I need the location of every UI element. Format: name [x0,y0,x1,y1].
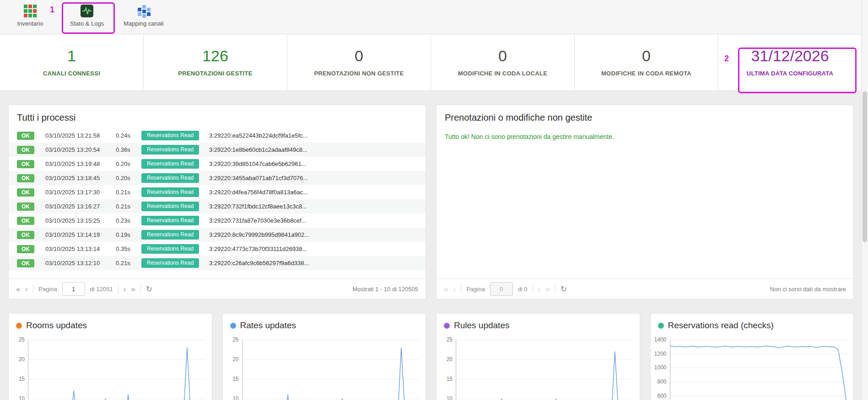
tab-inventario[interactable]: Inventario [7,0,53,27]
y-tick-label: 25 [447,336,453,343]
page-count-label: di 0 [518,286,528,293]
row-type-badge: Reservations Read [141,230,199,239]
y-tick-label: 15 [447,376,453,382]
row-status-badge: OK [17,132,34,140]
app-root: Inventario Stato & Logs Mapping canali 1… [0,0,868,400]
processes-pagination: « ‹ Pagina di 12051 › » ↻ Mostrati 1 - 1… [9,278,426,299]
processes-panel: Tutti i processi OK 03/10/2025 13:21:58 … [8,105,426,299]
stat-label: MODIFICHE IN CODA REMOTA [601,70,691,77]
stat-value: 0 [642,48,651,64]
y-tick-label: 20 [232,356,238,363]
y-tick-label: 800 [657,379,666,385]
row-duration: 0.20s [116,175,141,181]
row-duration: 0.21s [116,260,141,267]
stat-label: PRENOTAZIONI GESTITE [178,70,253,77]
row-timestamp: 03/10/2025 13:12:10 [45,260,116,267]
chart-yticks: 2520151050 [439,340,456,400]
row-duration: 0.20s [116,160,141,167]
row-type-badge: Reservations Read [141,216,199,225]
table-row[interactable]: OK 03/10/2025 13:19:48 0.20s Reservation… [9,157,426,171]
chart-rules-updates: Rules updates 2520151050 [436,313,640,400]
prev-page-button[interactable]: ‹ [25,285,28,293]
row-hash: 3:29220:4773c73b70f33111d26938... [209,245,426,252]
refresh-icon[interactable]: ↻ [146,284,152,294]
y-tick-label: 15 [19,376,25,382]
stat-value: 1 [67,48,76,64]
page-input[interactable] [62,282,85,296]
refresh-icon[interactable]: ↻ [561,284,567,294]
tab-mapping-canali[interactable]: Mapping canali [121,0,167,27]
row-duration: 0.19s [116,231,141,238]
processes-panel-title: Tutti i processi [9,105,426,128]
y-tick-label: 15 [232,376,238,382]
row-status-badge: OK [17,245,34,253]
annotation-label-step-2: 2 [724,54,729,64]
process-table-body: OK 03/10/2025 13:21:58 0.24s Reservation… [9,128,426,270]
next-page-button[interactable]: › [538,285,541,293]
y-tick-label: 1400 [654,336,667,343]
next-page-button[interactable]: › [124,285,126,293]
y-tick-label: 10 [232,395,238,400]
page-input[interactable] [490,282,513,296]
vertical-scrollbar[interactable] [861,0,868,400]
page-count-label: di 12051 [90,286,113,293]
row-hash: 3:29220:731fa87e7030e3e36b8cef... [209,217,426,224]
row-hash: 3:29220:732f1fbdc12cf8aee13c3c8... [209,203,426,210]
scrollbar-thumb[interactable] [863,91,867,242]
stat-value: 0 [498,48,507,64]
chart-line [670,346,847,400]
stat-canali-connessi: 1 CANALI CONNESSI [0,34,143,91]
results-summary: Mostrati 1 - 10 di 120505 [352,286,418,293]
table-row[interactable]: OK 03/10/2025 13:16:27 0.21s Reservation… [9,199,426,213]
row-duration: 0.36s [116,146,141,153]
row-hash: 3:29220:ea522443b224dcf9fa1e5fc... [209,132,426,139]
stat-modifiche-coda-locale: 0 MODIFICHE IN CODA LOCALE [431,34,574,91]
stat-label: PRENOTAZIONI NON GESTITE [314,70,404,77]
row-duration: 0.21s [116,203,141,210]
table-row[interactable]: OK 03/10/2025 13:12:10 0.21s Reservation… [9,256,426,270]
pagination-divider [118,284,119,293]
row-status-badge: OK [17,174,34,182]
last-page-button[interactable]: » [131,285,135,293]
y-tick-label: 25 [232,336,238,343]
unmanaged-panel-title: Prenotazioni o modifiche non gestite [437,105,853,128]
pagination-divider [555,284,555,293]
row-status-badge: OK [17,188,34,197]
row-status-badge: OK [17,259,34,267]
row-timestamp: 03/10/2025 13:15:25 [45,217,116,224]
table-row[interactable]: OK 03/10/2025 13:14:19 0.19s Reservation… [9,228,426,242]
row-hash: 3:29220:3455aba071ab71cf3d7076... [209,175,426,181]
row-type-badge: Reservations Read [141,202,199,211]
tab-stato-logs-label: Stato & Logs [70,20,104,27]
pagination-divider [33,284,33,293]
table-row[interactable]: OK 03/10/2025 13:21:58 0.24s Reservation… [9,128,426,143]
first-page-button[interactable]: « [444,285,448,293]
stat-prenotazioni-gestite: 126 PRENOTAZIONI GESTITE [143,34,287,91]
stats-bar: 1 CANALI CONNESSI 126 PRENOTAZIONI GESTI… [0,34,862,91]
chart-yticks: 2520151050 [11,340,28,400]
y-tick-label: 1000 [654,364,667,371]
stat-label: MODIFICHE IN CODA LOCALE [458,70,547,77]
table-row[interactable]: OK 03/10/2025 13:15:25 0.23s Reservation… [9,213,426,228]
tab-stato-logs[interactable]: Stato & Logs [64,0,110,27]
row-type-badge: Reservations Read [141,187,199,197]
last-page-button[interactable]: » [545,285,550,293]
row-status-badge: OK [17,160,34,168]
table-row[interactable]: OK 03/10/2025 13:17:30 0.21s Reservation… [9,185,426,199]
no-data-summary: Non ci sono dati da mostrare [770,286,846,293]
chart-line [456,352,633,400]
row-type-badge: Reservations Read [141,173,199,182]
table-row[interactable]: OK 03/10/2025 13:18:45 0.20s Reservation… [9,171,426,185]
prev-page-button[interactable]: ‹ [453,285,456,293]
stat-ultima-data-configurata: 31/12/2026 ULTIMA DATA CONFIGURATA [718,34,862,91]
chart-legend-dot [16,323,22,329]
table-row[interactable]: OK 03/10/2025 13:20:54 0.36s Reservation… [9,143,426,157]
row-timestamp: 03/10/2025 13:14:19 [45,231,116,238]
inventory-grid-icon [23,4,37,18]
chart-legend-dot [444,323,450,329]
all-ok-message: Tutto ok! Non ci sono prenotazioni da ge… [437,128,853,145]
chart-title: Rates updates [240,320,297,331]
y-tick-label: 25 [19,336,25,343]
table-row[interactable]: OK 03/10/2025 13:13:14 0.35s Reservation… [9,242,426,256]
first-page-button[interactable]: « [16,285,20,293]
